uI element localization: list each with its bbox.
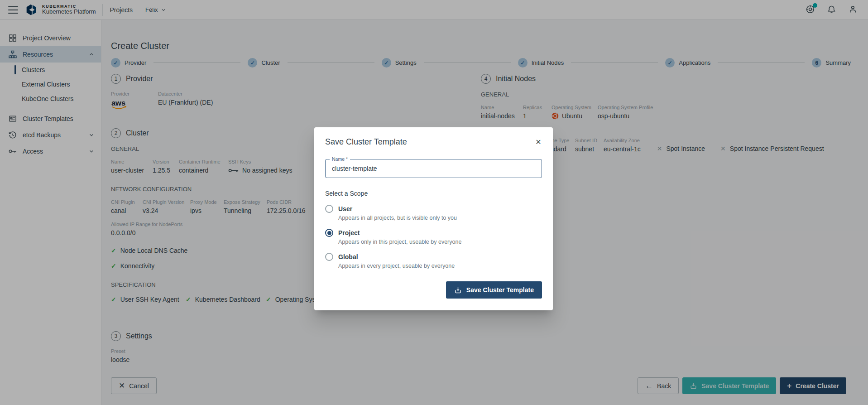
scope-option-user[interactable]: User Appears in all projects, but is vis… [325,205,542,221]
save-cluster-template-dialog: Save Cluster Template ✕ Name * Select a … [314,127,553,310]
name-input-label: Name * [330,156,350,162]
dialog-save-cluster-template-button[interactable]: Save Cluster Template [446,281,542,299]
save-icon [454,286,462,294]
scope-description: Appears only in this project, useable by… [338,239,542,245]
template-name-input[interactable] [325,159,542,178]
radio-icon [325,205,333,213]
close-icon: ✕ [535,138,541,146]
template-name-form-field: Name * [325,159,542,178]
app-root: KUBERMATIC Kubernetes Platform Projects … [0,0,868,405]
radio-selected-icon [325,229,333,237]
radio-icon [325,253,333,261]
scope-option-global[interactable]: Global Appears in every project, useable… [325,253,542,269]
scope-option-project[interactable]: Project Appears only in this project, us… [325,229,542,245]
dialog-close-button[interactable]: ✕ [533,136,544,147]
dialog-title: Save Cluster Template [325,137,542,147]
scope-heading: Select a Scope [325,190,542,197]
scope-description: Appears in all projects, but is visible … [338,215,542,221]
scope-description: Appears in every project, useable by eve… [338,263,542,269]
